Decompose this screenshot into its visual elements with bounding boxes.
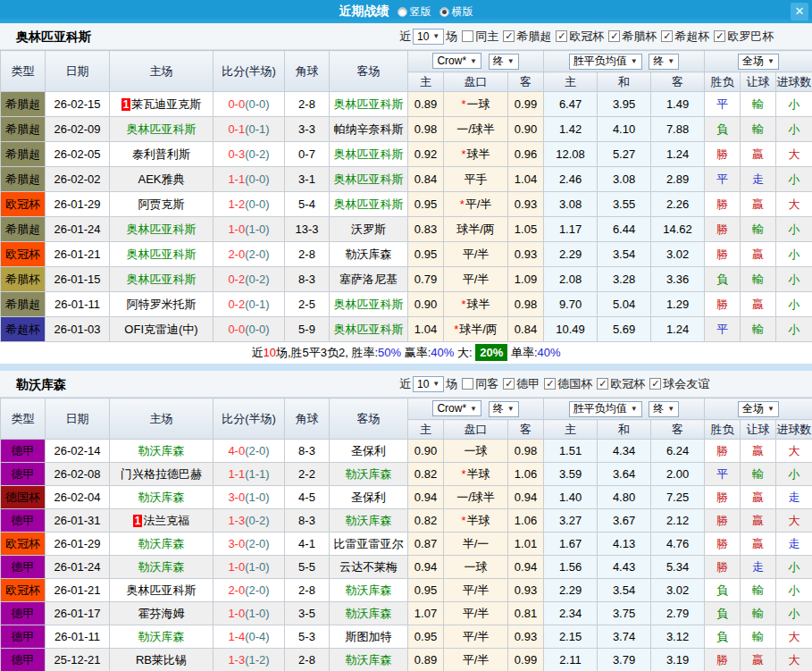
layout-vertical-radio[interactable]: 竖版	[398, 4, 431, 20]
bookmaker-select[interactable]: Crow*	[432, 400, 481, 416]
home-team-name: 法兰克福	[143, 514, 189, 527]
league-filter-checkbox[interactable]: 希超杯	[661, 29, 709, 45]
league-filter-checkbox[interactable]: 德甲	[503, 376, 540, 392]
away-team-cell: 勒沃库森	[330, 242, 408, 267]
match-scope-select[interactable]: 全场	[738, 401, 779, 417]
avg-odds-select[interactable]: 胜平负均值	[569, 401, 642, 417]
match-date-cell: 26-02-09	[46, 117, 110, 142]
fulltime-score: 1-1	[228, 172, 245, 186]
result-goals-cell: 走	[776, 533, 812, 556]
away-team-name: 塞萨洛尼基	[339, 273, 398, 286]
result-handicap-cell: 輸	[741, 92, 776, 117]
away-odds-cell: 0.98	[508, 292, 544, 317]
near-label: 近	[399, 29, 411, 45]
final-odds-select-2[interactable]: 终	[649, 54, 679, 70]
league-type-cell: 希腊超	[1, 142, 46, 167]
match-date-cell: 26-01-31	[46, 509, 110, 533]
avg-away-cell: 3.12	[651, 625, 705, 649]
match-date-cell: 25-12-21	[46, 649, 110, 671]
col-odds-home: 主	[408, 420, 444, 440]
match-count-select[interactable]: 10	[413, 376, 444, 392]
avg-draw-cell: 3.54	[598, 242, 651, 267]
home-odds-cell: 0.95	[408, 579, 444, 602]
match-date-cell: 26-01-11	[46, 292, 110, 317]
match-row: 欧冠杯26-01-29勒沃库森3-0(2-0)4-1比雷亚雷亚尔0.87半/一1…	[1, 533, 812, 556]
league-filter-checkbox[interactable]: 欧冠杯	[597, 376, 645, 392]
col-type: 类型	[1, 51, 46, 92]
avg-home-cell: 9.70	[544, 292, 598, 317]
league-filter-checkbox[interactable]: 欧罗巴杯	[714, 29, 774, 45]
away-odds-cell: 1.05	[508, 217, 544, 242]
final-odds-select[interactable]: 终	[489, 401, 519, 417]
away-odds-cell: 0.93	[508, 242, 544, 267]
league-type-cell: 欧冠杯	[1, 533, 46, 556]
away-team-name: 奥林匹亚科斯	[334, 147, 404, 161]
avg-draw-cell: 3.74	[598, 625, 651, 649]
league-type-cell: 希腊杯	[1, 267, 46, 292]
home-odds-cell: 0.90	[408, 292, 444, 317]
score-cell: 1-2(0-0)	[213, 192, 285, 217]
avg-draw-cell: 3.55	[598, 192, 651, 217]
result-handicap-cell: 贏	[741, 192, 776, 217]
result-wdl-cell: 勝	[705, 292, 741, 317]
match-scope-select[interactable]: 全场	[738, 54, 779, 70]
layout-horizontal-radio[interactable]: 横版	[439, 4, 473, 20]
match-scope-value: 全场	[742, 54, 764, 69]
result-goals-cell: 大	[776, 625, 812, 649]
match-date-cell: 26-02-08	[46, 463, 110, 486]
away-team-cell: 勒沃库森	[330, 509, 408, 533]
result-goals-cell: 大	[776, 509, 812, 533]
avg-odds-select[interactable]: 胜平负均值	[569, 54, 642, 70]
away-team-name: 比雷亚雷亚尔	[334, 537, 404, 550]
league-filter-checkbox[interactable]: 球会友谊	[649, 376, 709, 392]
league-filter-checkbox[interactable]: 欧冠杯	[556, 29, 604, 45]
result-wdl-cell: 勝	[705, 533, 741, 556]
match-count-select[interactable]: 10	[413, 29, 444, 45]
league-type-cell: 德甲	[1, 556, 46, 579]
league-type-cell: 欧冠杯	[1, 579, 46, 602]
fulltime-score: 1-4	[228, 630, 245, 643]
fulltime-score: 0-0	[228, 97, 245, 111]
handicap-cell: 平/半	[444, 602, 508, 625]
league-filter-checkbox[interactable]: 希腊超	[503, 29, 551, 45]
home-team-cell: 奥林匹亚科斯	[110, 217, 213, 242]
fulltime-score: 0-3	[228, 147, 245, 161]
league-filter-checkbox[interactable]: 德国杯	[544, 376, 592, 392]
same-venue-checkbox[interactable]: 同客	[462, 376, 498, 392]
score-cell: 1-0(1-0)	[213, 217, 285, 242]
result-goals-cell: 小	[776, 267, 812, 292]
handicap-cell: *半球	[444, 463, 508, 486]
handicap-cell: 一球	[444, 440, 508, 463]
scope-controls: 全场	[705, 51, 812, 72]
avg-odds-value: 胜平负均值	[573, 54, 627, 69]
summary-segment: 胜率:	[351, 346, 378, 359]
home-team-cell: 奥林匹亚科斯	[110, 242, 213, 267]
avg-home-cell: 2.29	[544, 579, 598, 602]
handicap-star: *	[460, 197, 465, 211]
avg-home-cell: 6.47	[544, 92, 598, 117]
corner-cell: 0-7	[285, 142, 330, 167]
home-odds-cell: 0.98	[408, 117, 444, 142]
checkbox-checked-icon	[503, 378, 515, 390]
handicap-value: 球半/两	[459, 323, 498, 336]
away-team-name: 奥林匹亚科斯	[334, 298, 404, 311]
col-avg-away: 客	[651, 420, 705, 440]
final-odds-select-2[interactable]: 终	[649, 401, 679, 417]
avg-controls: 胜平负均值 终	[544, 51, 705, 72]
match-row: 希腊超26-01-24奥林匹亚科斯1-0(1-0)13-3沃罗斯0.83球半/两…	[1, 217, 812, 242]
handicap-cell: 半/一	[444, 533, 508, 556]
avg-home-cell: 12.08	[544, 142, 598, 167]
summary-segment: 40%	[431, 346, 454, 359]
same-venue-checkbox[interactable]: 同主	[462, 29, 498, 45]
close-button[interactable]: ✕	[791, 3, 808, 21]
final-odds-select[interactable]: 终	[489, 54, 519, 70]
handicap-value: 一球	[467, 97, 490, 111]
corner-cell: 2-8	[285, 579, 330, 602]
league-filter-checkbox[interactable]: 希腊杯	[608, 29, 657, 45]
col-date: 日期	[46, 51, 110, 92]
home-odds-cell: 0.87	[408, 533, 444, 556]
bookmaker-select[interactable]: Crow*	[432, 53, 481, 69]
halftime-score: (1-0)	[245, 491, 269, 504]
handicap-star: *	[461, 298, 465, 311]
handicap-cell: *球半	[444, 142, 508, 167]
